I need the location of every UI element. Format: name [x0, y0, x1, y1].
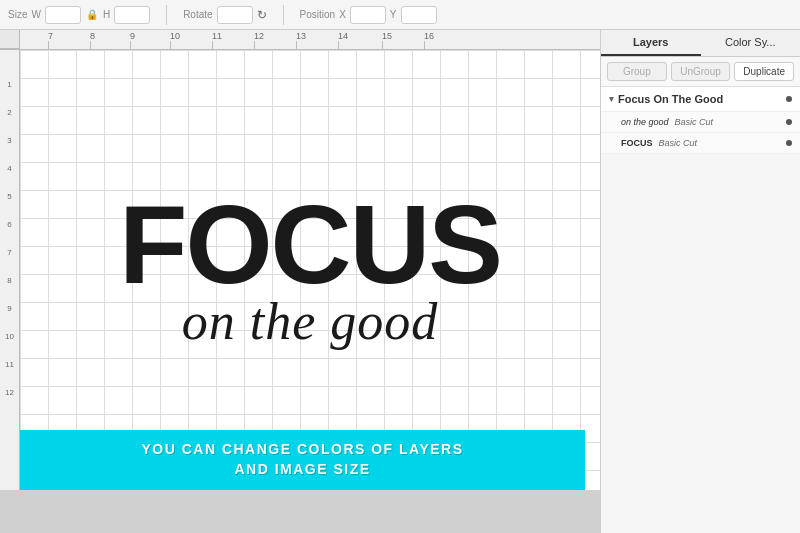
banner-line-2: AND IMAGE SIZE: [234, 460, 370, 480]
banner-line-1: YOU CAN CHANGE COLORS OF LAYERS: [141, 440, 463, 460]
tab-layers[interactable]: Layers: [601, 30, 701, 56]
duplicate-button[interactable]: Duplicate: [734, 62, 794, 81]
ruler-left-mark-9: 9: [0, 304, 19, 313]
layer-sub-bold-preview: FOCUS: [621, 138, 653, 148]
rotate-icon: ↻: [257, 8, 267, 22]
x-input[interactable]: [350, 6, 386, 24]
ruler-mark-9: 9: [130, 31, 135, 41]
ruler-mark-16: 16: [424, 31, 434, 41]
y-input[interactable]: [401, 6, 437, 24]
size-group: Size W 🔒 H: [8, 6, 150, 24]
h-label: H: [103, 9, 110, 20]
ruler-left-mark-12: 12: [0, 388, 19, 397]
design-content: FOCUS on the good: [70, 189, 550, 350]
size-label: Size: [8, 9, 27, 20]
layer-sub-script-info: Basic Cut: [675, 117, 714, 127]
focus-word: FOCUS: [70, 189, 550, 301]
lock-icon[interactable]: 🔒: [85, 8, 99, 22]
rotate-group: Rotate ↻: [183, 6, 266, 24]
ruler-left-mark-10: 10: [0, 332, 19, 341]
ruler-mark-7: 7: [48, 31, 53, 41]
layer-header: ▾ Focus On The Good: [609, 93, 792, 105]
ruler-left-mark-6: 6: [0, 220, 19, 229]
ruler-tick-10: [170, 41, 171, 49]
right-panel: Layers Color Sy... Group UnGroup Duplica…: [600, 30, 800, 533]
ruler-tick-16: [424, 41, 425, 49]
bottom-banner: YOU CAN CHANGE COLORS OF LAYERS AND IMAG…: [20, 430, 585, 490]
layer-sub-bold[interactable]: FOCUS Basic Cut: [601, 133, 800, 154]
panel-toolbar: Group UnGroup Duplicate: [601, 57, 800, 87]
ruler-left-mark-1: 1: [0, 80, 19, 89]
divider-2: [283, 5, 284, 25]
main-layout: 7 8 9 10 11 12 13 14 15 16: [0, 30, 800, 533]
ruler-top: 7 8 9 10 11 12 13 14 15 16: [0, 30, 600, 50]
layer-name: Focus On The Good: [618, 93, 723, 105]
position-label: Position: [300, 9, 336, 20]
position-group: Position X Y: [300, 6, 437, 24]
toolbar: Size W 🔒 H Rotate ↻ Position X Y: [0, 0, 800, 30]
ungroup-button[interactable]: UnGroup: [671, 62, 731, 81]
ruler-mark-12: 12: [254, 31, 264, 41]
ruler-tick-12: [254, 41, 255, 49]
ruler-left: 1 2 3 4 5 6 7 8 9 10 11 12: [0, 50, 20, 490]
layer-sub-script-dot[interactable]: [786, 119, 792, 125]
height-input[interactable]: [114, 6, 150, 24]
ruler-tick-7: [48, 41, 49, 49]
ruler-mark-10: 10: [170, 31, 180, 41]
ruler-left-mark-3: 3: [0, 136, 19, 145]
layer-sub-script[interactable]: on the good Basic Cut: [601, 112, 800, 133]
layer-visibility-dot[interactable]: [786, 96, 792, 102]
ruler-left-mark-5: 5: [0, 192, 19, 201]
ruler-left-mark-8: 8: [0, 276, 19, 285]
canvas-area: 7 8 9 10 11 12 13 14 15 16: [0, 30, 600, 533]
canvas-grid[interactable]: FOCUS on the good YOU CAN CHANGE COLORS …: [20, 50, 600, 490]
layer-sub-bold-type: Basic Cut: [659, 138, 698, 148]
canvas-wrapper: 1 2 3 4 5 6 7 8 9 10 11 12 FOCUS on the …: [0, 50, 600, 490]
rotate-input[interactable]: [217, 6, 253, 24]
ruler-mark-8: 8: [90, 31, 95, 41]
chevron-down-icon: ▾: [609, 94, 614, 104]
ruler-mark-15: 15: [382, 31, 392, 41]
layer-sub-bold-dot[interactable]: [786, 140, 792, 146]
ruler-left-mark-4: 4: [0, 164, 19, 173]
width-input[interactable]: [45, 6, 81, 24]
tab-color-sync[interactable]: Color Sy...: [701, 30, 801, 56]
w-label: W: [31, 9, 40, 20]
ruler-left-mark-2: 2: [0, 108, 19, 117]
divider-1: [166, 5, 167, 25]
layer-sub-script-type: Basic Cut: [675, 117, 714, 127]
ruler-tick-11: [212, 41, 213, 49]
ruler-tick-14: [338, 41, 339, 49]
ruler-tick-8: [90, 41, 91, 49]
x-label: X: [339, 9, 346, 20]
ruler-mark-14: 14: [338, 31, 348, 41]
ruler-top-marks: 7 8 9 10 11 12 13 14 15 16: [20, 30, 600, 49]
layer-sub-bold-info: Basic Cut: [659, 138, 698, 148]
ruler-tick-15: [382, 41, 383, 49]
ruler-mark-11: 11: [212, 31, 222, 41]
layer-sub-script-preview: on the good: [621, 117, 669, 127]
panel-tabs: Layers Color Sy...: [601, 30, 800, 57]
ruler-mark-13: 13: [296, 31, 306, 41]
rotate-label: Rotate: [183, 9, 212, 20]
y-label: Y: [390, 9, 397, 20]
layer-focus-on-the-good[interactable]: ▾ Focus On The Good: [601, 87, 800, 112]
ruler-left-mark-7: 7: [0, 248, 19, 257]
group-button[interactable]: Group: [607, 62, 667, 81]
ruler-left-mark-11: 11: [0, 360, 19, 369]
ruler-corner: [0, 30, 20, 49]
ruler-tick-9: [130, 41, 131, 49]
ruler-tick-13: [296, 41, 297, 49]
